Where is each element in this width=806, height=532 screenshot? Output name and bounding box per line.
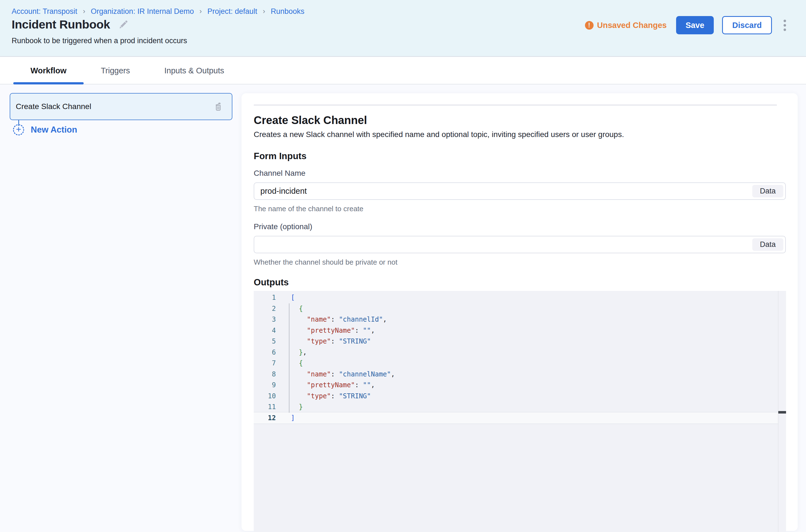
form-inputs-heading: Form Inputs xyxy=(254,151,787,162)
page-subtitle: Runbook to be triggered when a prod inci… xyxy=(12,37,187,45)
line-number: 12 xyxy=(254,413,276,424)
code-line-6: 6 }, xyxy=(254,347,778,358)
alert-icon: ! xyxy=(585,21,593,30)
code-line-5: 5 "type": "STRING" xyxy=(254,336,778,347)
outputs-code-editor[interactable]: 1[2 {3 "name": "channelId",4 "prettyName… xyxy=(254,291,786,532)
code-line-12: 12] xyxy=(254,413,778,424)
form-fields: Channel NameDataThe name of the channel … xyxy=(254,169,787,267)
page-header: Account: Transposit›Organization: IR Int… xyxy=(0,0,806,57)
channel-name-input[interactable] xyxy=(260,187,748,196)
field-input-wrap-private-optional: Data xyxy=(254,236,786,253)
line-number: 5 xyxy=(254,336,276,347)
title-row: Incident Runbook xyxy=(12,18,129,31)
header-actions: ! Unsaved Changes Save Discard xyxy=(585,16,789,34)
line-number: 11 xyxy=(254,402,276,413)
private-optional-input[interactable] xyxy=(260,240,748,249)
code-line-9: 9 "prettyName": "", xyxy=(254,380,778,391)
line-number: 10 xyxy=(254,391,276,402)
code-line-1: 1[ xyxy=(254,292,778,303)
section-divider xyxy=(254,104,777,106)
cursor-position-marker xyxy=(778,411,786,414)
breadcrumb-link[interactable]: Account: Transposit xyxy=(12,7,77,16)
line-number: 1 xyxy=(254,292,276,303)
action-detail-panel: Create Slack Channel Creates a new Slack… xyxy=(241,93,798,531)
line-number: 2 xyxy=(254,303,276,315)
field-help-channel-name: The name of the channel to create xyxy=(254,205,787,213)
discard-button[interactable]: Discard xyxy=(722,16,772,34)
line-number: 3 xyxy=(254,314,276,325)
field-label-channel-name: Channel Name xyxy=(254,169,787,178)
breadcrumb-link[interactable]: Project: default xyxy=(207,7,257,16)
private-optional-data-button[interactable]: Data xyxy=(752,238,783,251)
delete-action-trash-icon[interactable] xyxy=(213,101,223,112)
code-line-11: 11 } xyxy=(254,402,778,413)
field-help-private-optional: Whether the channel should be private or… xyxy=(254,258,787,267)
action-detail-description: Creates a new Slack channel with specifi… xyxy=(254,130,787,139)
code-line-3: 3 "name": "channelId", xyxy=(254,314,778,325)
plus-icon: + xyxy=(13,124,24,135)
code-line-7: 7 { xyxy=(254,358,778,369)
code-lines: 1[2 {3 "name": "channelId",4 "prettyName… xyxy=(254,292,778,423)
tab-bar: WorkflowTriggersInputs & Outputs xyxy=(0,57,806,84)
code-line-2: 2 { xyxy=(254,303,778,315)
breadcrumb-separator-icon: › xyxy=(199,7,202,16)
field-input-wrap-channel-name: Data xyxy=(254,183,786,200)
page-title: Incident Runbook xyxy=(12,18,110,31)
outputs-heading: Outputs xyxy=(254,277,787,288)
line-number: 8 xyxy=(254,369,276,380)
code-line-8: 8 "name": "channelName", xyxy=(254,369,778,380)
unsaved-changes-label: Unsaved Changes xyxy=(597,21,667,30)
new-action-label: New Action xyxy=(31,125,77,135)
unsaved-changes-badge: ! Unsaved Changes xyxy=(585,21,667,30)
breadcrumb-link[interactable]: Organization: IR Internal Demo xyxy=(91,7,194,16)
tab-workflow[interactable]: Workflow xyxy=(13,57,84,84)
code-line-10: 10 "type": "STRING" xyxy=(254,391,778,402)
workflow-action-card[interactable]: Create Slack Channel xyxy=(10,93,232,120)
workflow-steps-panel: Create Slack Channel + New Action xyxy=(0,85,241,532)
save-button[interactable]: Save xyxy=(676,16,714,34)
content-area: Create Slack Channel + New Action Create… xyxy=(0,85,806,532)
line-number: 9 xyxy=(254,380,276,391)
channel-name-data-button[interactable]: Data xyxy=(752,185,783,197)
breadcrumb-separator-icon: › xyxy=(263,7,265,16)
field-label-private-optional: Private (optional) xyxy=(254,222,787,231)
code-line-4: 4 "prettyName": "", xyxy=(254,325,778,336)
more-options-kebab-icon[interactable] xyxy=(781,17,789,33)
breadcrumb: Account: Transposit›Organization: IR Int… xyxy=(12,7,305,16)
breadcrumb-separator-icon: › xyxy=(83,7,85,16)
new-action-button[interactable]: + New Action xyxy=(13,124,77,135)
tab-inputs-outputs[interactable]: Inputs & Outputs xyxy=(147,57,241,84)
tab-triggers[interactable]: Triggers xyxy=(84,57,147,84)
edit-title-pencil-icon[interactable] xyxy=(118,19,129,30)
action-detail-title: Create Slack Channel xyxy=(254,114,787,127)
line-number: 6 xyxy=(254,347,276,358)
action-card-label: Create Slack Channel xyxy=(16,102,91,111)
line-number: 7 xyxy=(254,358,276,369)
line-number: 4 xyxy=(254,325,276,336)
breadcrumb-link[interactable]: Runbooks xyxy=(271,7,305,16)
